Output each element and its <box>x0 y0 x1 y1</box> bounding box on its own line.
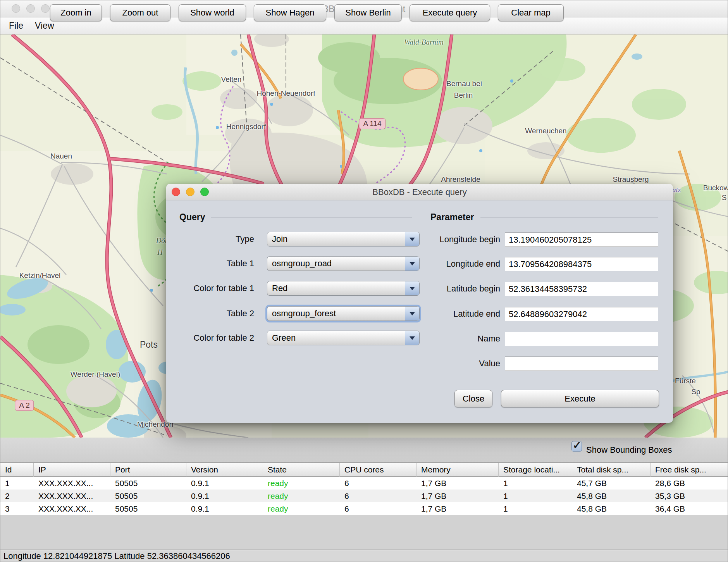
table-cell: 1 <box>499 477 572 490</box>
latitude-begin-input[interactable] <box>505 282 658 296</box>
column-header-id[interactable]: Id <box>0 463 34 477</box>
column-header-state[interactable]: State <box>263 463 340 477</box>
chevron-down-icon <box>410 262 415 265</box>
chevron-down-icon <box>410 336 415 340</box>
query-row-table2: Table 2 osmgroup_forest <box>174 306 412 321</box>
table2-label: Table 2 <box>174 306 259 321</box>
table1-dropdown[interactable]: osmgroup_road <box>267 256 420 271</box>
type-dropdown[interactable]: Join <box>267 232 420 247</box>
table-cell: 2 <box>0 490 34 502</box>
close-button[interactable]: Close <box>454 390 492 407</box>
type-value: Join <box>267 234 405 244</box>
map-label-atz: atz <box>672 186 681 194</box>
menu-view[interactable]: View <box>35 21 54 31</box>
query-row-table1: Table 1 osmgroup_road <box>174 256 412 271</box>
map-label-wald-barnim: Wald-Barnim <box>404 38 444 47</box>
map-label-velten: Velten <box>221 75 242 84</box>
map-label-sp: Sp <box>691 388 700 396</box>
table-cell: 1,7 GB <box>416 477 499 490</box>
menu-file[interactable]: File <box>9 21 23 31</box>
state-badge: ready <box>263 477 340 490</box>
table-cell: 50505 <box>110 502 186 515</box>
map-label-berlin: Berlin <box>454 91 473 100</box>
table-cell: 1 <box>0 477 34 490</box>
table2-dropdown[interactable]: osmgroup_forest <box>267 306 420 321</box>
param-row-longitude-end: Longitude end <box>423 256 659 272</box>
query-row-color2: Color for table 2 Green <box>174 330 412 346</box>
zoom-in-button[interactable]: Zoom in <box>50 4 102 21</box>
color2-label: Color for table 2 <box>174 330 259 346</box>
param-row-value: Value <box>423 356 659 371</box>
dropdown-arrow-box <box>405 257 419 271</box>
latitude-end-input[interactable] <box>505 307 658 321</box>
road-badge-a114: A 114 <box>359 118 386 129</box>
longitude-begin-label: Longitude begin <box>423 232 500 247</box>
map-label-ketzin-havel: Ketzin/Havel <box>19 271 61 280</box>
color1-dropdown[interactable]: Red <box>267 281 420 296</box>
color2-dropdown[interactable]: Green <box>267 331 420 345</box>
dialog-titlebar[interactable]: BBoxDB - Execute query <box>166 184 673 200</box>
column-header-cpu-cores[interactable]: CPU cores <box>340 463 416 477</box>
map-label-hennigsdorf: Hennigsdorf <box>226 122 266 131</box>
table-row[interactable]: 1 XXX.XXX.XX... 50505 0.9.1 ready 6 1,7 … <box>0 477 728 490</box>
table-row[interactable]: 3 XXX.XXX.XX... 50505 0.9.1 ready 6 1,7 … <box>0 502 728 515</box>
table-cell: 45,8 GB <box>572 502 651 515</box>
show-bounding-boxes-checkbox[interactable]: ✓ <box>571 441 582 452</box>
table-cell: 45,8 GB <box>572 490 651 502</box>
longitude-end-input[interactable] <box>505 257 658 271</box>
value-input[interactable] <box>505 357 658 371</box>
color1-value: Red <box>267 283 405 293</box>
map-label-werneuchen: Werneuchen <box>525 127 566 135</box>
clear-map-button[interactable]: Clear map <box>498 4 564 21</box>
execute-query-button[interactable]: Execute query <box>410 4 490 21</box>
column-header-version[interactable]: Version <box>186 463 263 477</box>
longitude-end-label: Longitude end <box>423 256 500 272</box>
param-row-latitude-begin: Latitude begin <box>423 281 659 297</box>
table-empty-area <box>0 515 728 549</box>
table-cell: 50505 <box>110 477 186 490</box>
table-header-row: Id IP Port Version State CPU cores Memor… <box>0 463 728 477</box>
table-cell: 45,7 GB <box>572 477 651 490</box>
table-cell: XXX.XXX.XX... <box>34 477 110 490</box>
column-header-port[interactable]: Port <box>110 463 186 477</box>
road-badge-a2: A 2 <box>15 400 34 411</box>
param-row-latitude-end: Latitude end <box>423 306 659 322</box>
table-cell: 0.9.1 <box>186 490 263 502</box>
show-world-button[interactable]: Show world <box>179 4 246 21</box>
map-label-potsdam: Pots <box>140 340 158 350</box>
map-label-strausberg: Strausberg <box>613 175 649 184</box>
show-berlin-button[interactable]: Show Berlin <box>334 4 402 21</box>
name-input[interactable] <box>505 332 658 346</box>
zoom-out-button[interactable]: Zoom out <box>110 4 170 21</box>
chevron-down-icon <box>410 312 415 315</box>
dropdown-arrow-box <box>405 307 419 321</box>
column-header-memory[interactable]: Memory <box>416 463 499 477</box>
show-hagen-button[interactable]: Show Hagen <box>254 4 326 21</box>
map-label-werder-havel: Werder (Havel) <box>71 370 120 379</box>
table-cell: 35,3 GB <box>651 490 728 502</box>
parameter-section-label: Parameter <box>430 212 474 222</box>
column-header-storage-locations[interactable]: Storage locati... <box>499 463 572 477</box>
table-cell: 6 <box>340 490 416 502</box>
coordinates-readout: Longitude 12.821044921875 Latitude 52.36… <box>3 551 230 561</box>
execute-button[interactable]: Execute <box>501 390 659 407</box>
column-header-total-disk[interactable]: Total disk sp... <box>572 463 651 477</box>
name-label: Name <box>423 331 500 347</box>
show-bounding-boxes-label[interactable]: Show Bounding Boxes <box>586 438 672 462</box>
param-row-name: Name <box>423 331 659 347</box>
table-cell: 6 <box>340 502 416 515</box>
longitude-begin-input[interactable] <box>505 233 658 247</box>
column-header-ip[interactable]: IP <box>34 463 110 477</box>
table-cell: 50505 <box>110 490 186 502</box>
column-header-free-disk[interactable]: Free disk sp... <box>651 463 728 477</box>
map-label-s: S <box>722 193 727 202</box>
state-badge: ready <box>263 490 340 502</box>
check-mark-icon: ✓ <box>573 439 582 452</box>
dropdown-arrow-box <box>405 232 419 246</box>
dialog-title: BBoxDB - Execute query <box>166 184 673 200</box>
table-row[interactable]: 2 XXX.XXX.XX... 50505 0.9.1 ready 6 1,7 … <box>0 490 728 502</box>
table-cell: 1 <box>499 502 572 515</box>
table1-label: Table 1 <box>174 256 259 271</box>
section-divider <box>211 217 412 217</box>
query-row-type: Type Join <box>174 231 412 247</box>
